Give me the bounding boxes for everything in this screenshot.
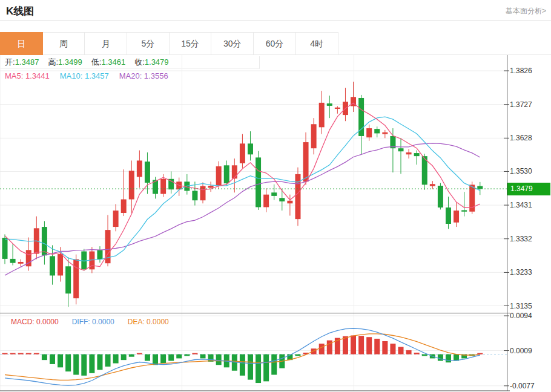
- timeframe-tabbar: 日周月5分15分30分60分4时: [0, 32, 551, 55]
- macd-bar: [97, 354, 102, 370]
- candle-body: [58, 254, 63, 275]
- candle-body: [208, 186, 214, 188]
- ohlc-item: 收:1.3479: [134, 57, 168, 68]
- macd-bar: [295, 354, 300, 356]
- candle-body: [477, 186, 483, 189]
- macd-bar: [168, 354, 174, 361]
- macd-bar: [176, 354, 182, 359]
- fundamental-analysis-link[interactable]: 基本面分析>: [506, 6, 546, 16]
- ohlc-item: 开:1.3487: [5, 57, 39, 68]
- candle-body: [18, 262, 24, 264]
- macd-bar: [366, 337, 372, 354]
- candle-body: [287, 201, 292, 203]
- macd-bar: [65, 354, 71, 371]
- candle-body: [279, 198, 285, 201]
- macd-bar: [50, 354, 55, 364]
- macd-legend-item: DEA: 0.0000: [128, 318, 169, 326]
- macd-bar: [18, 353, 24, 354]
- candle-body: [192, 191, 197, 200]
- macd-bar: [10, 353, 16, 354]
- macd-bar: [358, 336, 364, 354]
- macd-bar: [105, 354, 111, 367]
- macd-bar: [145, 354, 150, 361]
- candle-body: [2, 238, 8, 259]
- candle-body: [113, 211, 119, 227]
- candle-body: [216, 166, 222, 186]
- macd-legend: MACD: 0.0000DIFF: 0.0000DEA: 0.0000: [11, 317, 169, 327]
- macd-bar: [422, 354, 427, 356]
- macd-bar: [200, 354, 206, 359]
- ma-legend-item: MA5: 1.3441: [5, 71, 50, 80]
- candle-body: [224, 165, 229, 183]
- candle-body: [97, 250, 102, 259]
- macd-bar: [271, 354, 277, 375]
- candle-body: [263, 195, 269, 207]
- macd-bar: [398, 347, 404, 354]
- ma-legend-item: MA20: 1.3556: [119, 71, 168, 80]
- macd-bar: [477, 353, 483, 354]
- macd-bar: [256, 354, 261, 383]
- macd-bar: [414, 353, 420, 354]
- macd-bar: [446, 354, 451, 363]
- tab-5分[interactable]: 5分: [127, 32, 170, 55]
- macd-bar: [81, 354, 87, 376]
- tab-30分[interactable]: 30分: [211, 32, 254, 55]
- macd-legend-item: MACD: 0.0000: [11, 318, 59, 326]
- y-axis-label: -0.0077: [510, 382, 535, 391]
- tab-15分[interactable]: 15分: [169, 32, 212, 55]
- ohlc-item: 低:1.3461: [91, 57, 125, 68]
- candle-body: [50, 256, 55, 275]
- candle-body: [461, 211, 467, 212]
- macd-bar: [192, 353, 197, 354]
- candle-body: [240, 143, 245, 163]
- macd-bar: [311, 348, 317, 354]
- macd-bar: [42, 354, 47, 360]
- candle-body: [454, 211, 459, 223]
- macd-bar: [129, 354, 134, 357]
- current-price-value: 1.3479: [510, 185, 533, 193]
- candle-body: [232, 165, 237, 178]
- candle-body: [42, 227, 47, 255]
- macd-bar: [351, 336, 356, 354]
- ohlc-legend: 开:1.3487高:1.3499低:1.3461收:1.3479: [0, 56, 260, 69]
- candle-body: [129, 171, 134, 199]
- tab-周[interactable]: 周: [42, 32, 85, 55]
- tab-60分[interactable]: 60分: [253, 32, 296, 55]
- macd-bar: [160, 354, 166, 364]
- macd-bar: [73, 354, 79, 375]
- y-axis-label: 1.3530: [510, 167, 532, 176]
- tab-4时[interactable]: 4时: [295, 32, 338, 55]
- macd-bar: [34, 353, 39, 354]
- macd-bar: [58, 354, 63, 368]
- y-axis-label: 1.3727: [510, 100, 532, 109]
- ma-legend: MA5: 1.3441MA10: 1.3457MA20: 1.3556: [5, 70, 168, 81]
- current-price-tag: 1.3479: [507, 183, 550, 195]
- macd-bar: [343, 336, 348, 354]
- candle-body: [160, 179, 166, 194]
- tab-月[interactable]: 月: [84, 32, 127, 55]
- macd-bar: [406, 350, 412, 354]
- tab-日[interactable]: 日: [0, 32, 43, 55]
- chart-area[interactable]: 开:1.3487高:1.3499低:1.3461收:1.3479 MA5: 1.…: [0, 55, 551, 392]
- candle-body: [256, 157, 261, 207]
- candle-body: [65, 266, 71, 293]
- macd-bar: [319, 344, 325, 354]
- y-axis-label: 1.3431: [510, 201, 532, 210]
- kline-chart: [0, 55, 551, 392]
- macd-bar: [2, 353, 8, 354]
- y-axis-label: 1.3233: [510, 268, 532, 277]
- macd-bar: [121, 354, 127, 360]
- ohlc-item: 高:1.3499: [48, 57, 82, 68]
- macd-bar: [26, 353, 31, 354]
- macd-bar: [113, 354, 119, 364]
- macd-bar: [137, 353, 142, 354]
- y-axis-label: 0.0009: [510, 347, 532, 356]
- macd-bar: [374, 339, 380, 354]
- candle-body: [414, 153, 420, 156]
- candle-body: [145, 162, 150, 183]
- y-axis-label: 1.3332: [510, 235, 532, 244]
- macd-bar: [89, 354, 94, 373]
- y-axis-label: 1.3628: [510, 134, 532, 143]
- macd-bar: [263, 354, 269, 382]
- page-title: K线图: [6, 4, 34, 18]
